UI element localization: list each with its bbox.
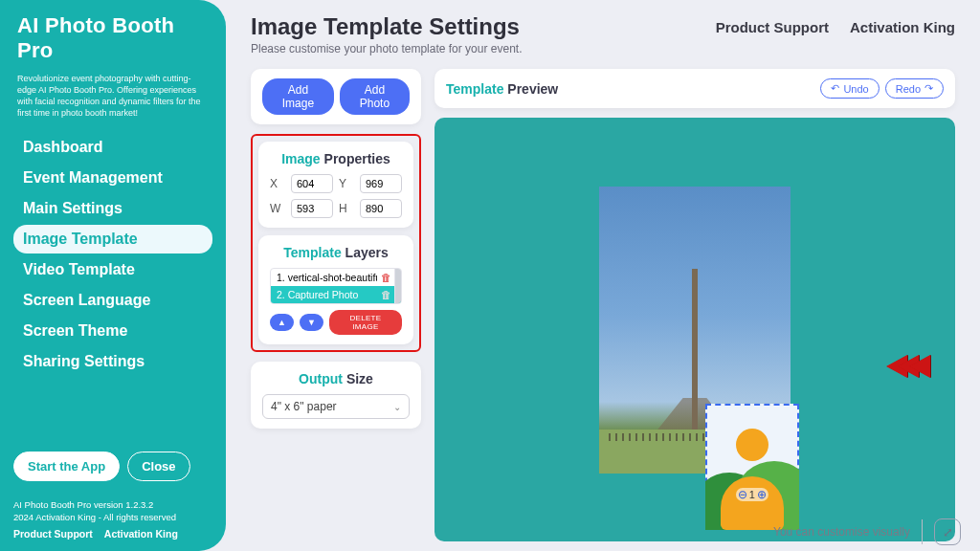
preview-header: Template Preview ↶Undo Redo↷ [434, 69, 955, 108]
zoom-out-icon[interactable]: ⊖ [738, 488, 747, 501]
sidebar-item-main-settings[interactable]: Main Settings [13, 194, 212, 223]
undo-button[interactable]: ↶Undo [820, 78, 879, 99]
x-input[interactable] [291, 174, 333, 193]
sidebar-item-video-template[interactable]: Video Template [13, 255, 212, 284]
footer-activation-link[interactable]: Activation King [104, 527, 178, 541]
h-input[interactable] [360, 199, 402, 218]
version-text: AI Photo Booth Pro version 1.2.3.2 [13, 498, 212, 511]
delete-image-button[interactable]: DELETE IMAGE [329, 310, 402, 335]
close-button[interactable]: Close [127, 452, 189, 481]
undo-icon: ↶ [831, 82, 839, 95]
y-input[interactable] [360, 174, 402, 193]
sidebar-item-screen-language[interactable]: Screen Language [13, 286, 212, 315]
layers-list[interactable]: 1. vertical-shot-beautiful-eiff🗑2. Captu… [270, 268, 402, 304]
sidebar-item-image-template[interactable]: Image Template [13, 225, 212, 253]
sidebar-nav: DashboardEvent ManagementMain SettingsIm… [13, 133, 212, 376]
w-input[interactable] [291, 199, 333, 218]
footer-support-link[interactable]: Product Support [13, 527, 93, 541]
sidebar-item-screen-theme[interactable]: Screen Theme [13, 317, 212, 345]
start-app-button[interactable]: Start the App [13, 452, 120, 481]
page-title: Image Template Settings [251, 13, 520, 40]
output-size-panel: Output Size 4" x 6" paper ⌄ [251, 362, 421, 429]
app-description: Revolutionize event photography with cut… [17, 73, 209, 120]
arrow-annotation [896, 355, 930, 378]
y-label: Y [339, 177, 354, 190]
chevron-down-icon: ⌄ [393, 402, 401, 412]
page-subtitle: Please customise your photo template for… [251, 42, 955, 55]
zoom-value: 1 [749, 489, 755, 500]
template-layers-panel: Template Layers 1. vertical-shot-beautif… [258, 235, 413, 344]
trash-icon[interactable]: 🗑 [381, 289, 391, 300]
zoom-in-icon[interactable]: ⊕ [757, 488, 767, 501]
captured-photo-layer[interactable]: ⊖ 1 ⊕ [705, 404, 799, 530]
app-title: AI Photo Booth Pro [17, 13, 212, 63]
x-label: X [270, 177, 285, 190]
top-support-link[interactable]: Product Support [716, 19, 829, 35]
sidebar: AI Photo Booth Pro Revolutionize event p… [0, 0, 226, 551]
layer-up-button[interactable]: ▲ [270, 314, 294, 331]
sidebar-item-sharing-settings[interactable]: Sharing Settings [13, 347, 212, 376]
highlighted-region: Image Properties X Y W H Template Layers [251, 134, 421, 352]
customise-note: You can customise visually [773, 525, 910, 539]
template-canvas[interactable]: ⊖ 1 ⊕ [434, 118, 955, 541]
image-properties-panel: Image Properties X Y W H [258, 142, 413, 228]
add-image-button[interactable]: Add Image [262, 78, 334, 115]
sidebar-footer: AI Photo Booth Pro version 1.2.3.2 2024 … [13, 498, 212, 541]
expand-button[interactable]: ⤢ [934, 518, 961, 545]
main: Image Template Settings Product Support … [226, 0, 980, 551]
redo-button[interactable]: Redo↷ [885, 78, 944, 99]
layer-down-button[interactable]: ▼ [300, 314, 323, 331]
layer-row[interactable]: 1. vertical-shot-beautiful-eiff🗑 [271, 269, 401, 286]
copyright-text: 2024 Activation King - All rights reserv… [13, 511, 212, 523]
top-activation-link[interactable]: Activation King [850, 19, 955, 35]
zoom-controls: ⊖ 1 ⊕ [736, 488, 768, 501]
trash-icon[interactable]: 🗑 [381, 272, 391, 283]
redo-icon: ↷ [924, 82, 933, 95]
output-size-select[interactable]: 4" x 6" paper ⌄ [262, 394, 410, 419]
w-label: W [270, 202, 285, 215]
layer-row[interactable]: 2. Captured Photo🗑 [271, 286, 401, 303]
sidebar-item-dashboard[interactable]: Dashboard [13, 133, 212, 162]
h-label: H [339, 202, 354, 215]
sidebar-item-event-management[interactable]: Event Management [13, 164, 212, 192]
add-photo-button[interactable]: Add Photo [340, 78, 410, 115]
